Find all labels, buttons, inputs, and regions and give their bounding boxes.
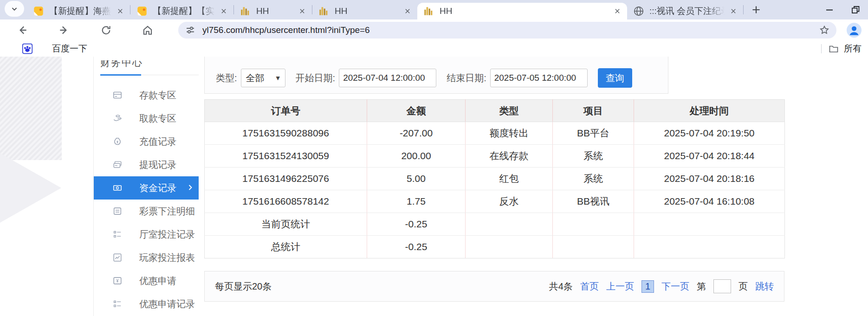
url-text[interactable]: yl756.com/hhcp/usercenter.html?iniType=6: [202, 25, 370, 35]
tab-close-icon[interactable]: [728, 6, 738, 16]
sidebar-item-funds-records[interactable]: 资金记录: [94, 176, 199, 200]
sidebar-item-withdrawal-records[interactable]: 提现记录: [94, 153, 199, 176]
table-header-row: 订单号 金额 类型 项目 处理时间: [205, 100, 785, 122]
money-bag-icon: [112, 136, 123, 147]
tab-hh-active[interactable]: HH: [417, 3, 627, 19]
cell-order-id: 1751616608578142: [205, 190, 367, 213]
bookmark-baidu[interactable]: 百度一下: [21, 43, 87, 55]
sidebar-item-deposit-zone[interactable]: 存款专区: [94, 84, 199, 107]
current-page-badge[interactable]: 1: [641, 280, 654, 293]
tab-close-icon[interactable]: [219, 6, 229, 16]
sidebar-item-label: 优惠申请: [139, 275, 176, 287]
forward-button[interactable]: [54, 21, 74, 39]
sidebar-item-label: 取款专区: [139, 112, 176, 125]
tab-close-icon[interactable]: [297, 6, 307, 16]
back-button[interactable]: [12, 21, 32, 39]
page-content: 财务中心 存款专区 取款专区 充值记录 提现记录: [0, 57, 868, 316]
tab-forum-2[interactable]: 【新提醒】【实战有奖】活: [130, 3, 233, 19]
col-type: 类型: [466, 100, 553, 122]
reload-button[interactable]: [96, 21, 116, 39]
minimize-button[interactable]: [823, 4, 836, 16]
bank-card-icon: [112, 90, 123, 100]
type-label: 类型:: [216, 72, 237, 84]
sidebar-menu: 存款专区 取款专区 充值记录 提现记录 资金记录 彩票下注明细: [94, 84, 199, 316]
chart-icon: [112, 252, 123, 263]
col-item: 项目: [553, 100, 634, 122]
type-select[interactable]: 全部 ▼: [241, 69, 285, 87]
list-icon: [112, 229, 123, 239]
wallet-icon: [112, 160, 123, 170]
prev-page-link[interactable]: 上一页: [606, 280, 634, 293]
sidebar-item-hall-bet-records[interactable]: 厅室投注记录: [94, 223, 199, 246]
sidebar-item-player-bet-report[interactable]: 玩家投注报表: [94, 246, 199, 269]
cell-order-id: 1751631524130059: [205, 145, 367, 168]
start-date-label: 开始日期:: [296, 72, 336, 84]
globe-favicon-icon: [633, 5, 645, 17]
cell-amount: 200.00: [367, 145, 466, 168]
cell-time: 2025-07-04 16:10:08: [634, 190, 785, 213]
select-caret-icon: ▼: [275, 74, 281, 82]
tab-title: HH: [256, 6, 293, 16]
ticket-icon: [112, 276, 123, 286]
cell-empty: [634, 236, 785, 258]
restore-button[interactable]: [849, 4, 862, 16]
background-pattern: [0, 57, 62, 160]
sidebar-item-lottery-bet-details[interactable]: 彩票下注明细: [94, 200, 199, 223]
table-row: 1751631590288096 -207.00 额度转出 BB平台 2025-…: [205, 122, 785, 145]
cell-type: 反水: [466, 190, 553, 213]
tab-hh-2[interactable]: HH: [312, 3, 417, 19]
gold-bars-favicon-icon: [318, 5, 330, 17]
hand-coin-icon: [112, 113, 123, 123]
site-settings-icon[interactable]: [185, 25, 196, 36]
pagination-bar: 每页显示20条 共4条 首页 上一页 1 下一页 第 页 跳转: [204, 271, 784, 302]
new-tab-button[interactable]: [748, 2, 764, 18]
end-date-label: 结束日期:: [447, 72, 486, 84]
sidebar-item-recharge-records[interactable]: 充值记录: [94, 130, 199, 153]
list-icon: [112, 299, 123, 309]
start-date-input[interactable]: [339, 69, 436, 87]
sidebar-item-label: 玩家投注报表: [139, 252, 195, 264]
tab-close-icon[interactable]: [612, 6, 622, 16]
filter-bar: 类型: 全部 ▼ 开始日期: 结束日期: 查询: [204, 57, 668, 94]
sidebar-item-withdraw-zone[interactable]: 取款专区: [94, 107, 199, 130]
jump-button[interactable]: 跳转: [755, 280, 774, 293]
cell-time: 2025-07-04 20:19:50: [634, 122, 785, 145]
url-bar[interactable]: yl756.com/hhcp/usercenter.html?iniType=6: [178, 22, 836, 39]
bookmarks-bar: 百度一下 所有: [0, 41, 868, 57]
reload-icon: [102, 26, 110, 34]
first-page-link[interactable]: 首页: [580, 280, 599, 293]
bookmarks-right: 所有: [821, 43, 868, 55]
sidebar-item-promo-apply[interactable]: 优惠申请: [94, 269, 199, 292]
chevron-down-icon: [12, 8, 16, 10]
tab-close-icon[interactable]: [115, 6, 125, 16]
query-button[interactable]: 查询: [598, 68, 632, 88]
cell-type: 额度转出: [466, 122, 553, 145]
tab-strip: 【新提醒】海燕策略论坛综 【新提醒】【实战有奖】活 HH HH HH: [0, 0, 868, 19]
tab-forum-1[interactable]: 【新提醒】海燕策略论坛综: [27, 3, 130, 19]
bookmark-star-icon[interactable]: [819, 25, 830, 36]
col-amount: 金额: [367, 100, 466, 122]
all-bookmarks-button[interactable]: 所有: [828, 43, 868, 55]
home-button[interactable]: [137, 21, 158, 39]
tab-divider: [743, 5, 744, 14]
tab-search-button[interactable]: [5, 1, 24, 17]
cell-type: 红包: [466, 168, 553, 190]
tab-title: HH: [335, 6, 399, 16]
tab-close-icon[interactable]: [402, 6, 413, 16]
tab-title: 【新提醒】海燕策略论坛综: [49, 5, 111, 17]
end-date-input[interactable]: [490, 69, 588, 87]
tab-hh-1[interactable]: HH: [234, 3, 312, 19]
jump-suffix-label: 页: [738, 280, 748, 293]
banknote-icon: [112, 183, 123, 193]
cell-amount: -0.25: [367, 213, 466, 236]
sidebar-title-underline: [100, 74, 141, 76]
profile-avatar[interactable]: [847, 23, 862, 38]
jump-page-input[interactable]: [713, 279, 731, 293]
tab-video-records[interactable]: :::视讯 会员下注纪录:::: [627, 3, 743, 19]
sidebar-item-promo-apply-records[interactable]: 优惠申请记录: [94, 292, 199, 316]
funds-records-table: 订单号 金额 类型 项目 处理时间 1751631590288096 -207.…: [204, 99, 785, 258]
document-icon: [112, 206, 123, 216]
home-icon: [144, 26, 151, 34]
table-row: 1751631496225076 5.00 红包 系统 2025-07-04 2…: [205, 168, 785, 190]
next-page-link[interactable]: 下一页: [661, 280, 689, 293]
